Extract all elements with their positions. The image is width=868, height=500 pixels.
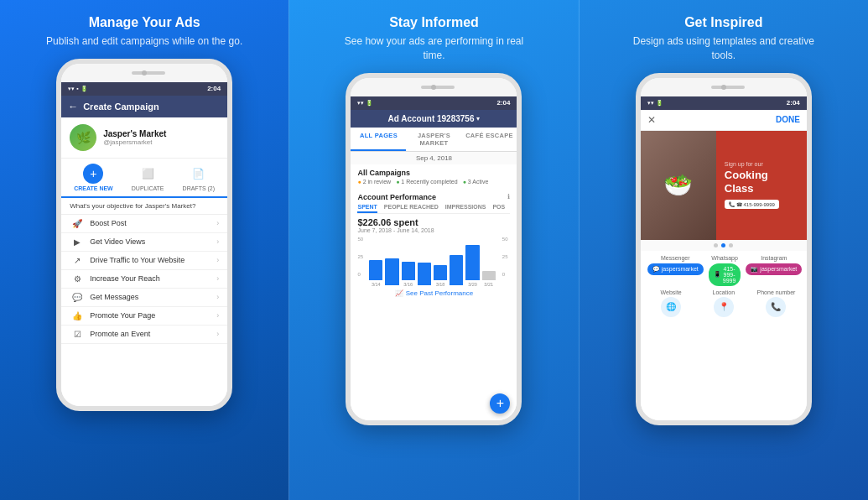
speaker-right bbox=[711, 86, 745, 89]
promote-chevron: › bbox=[216, 311, 219, 320]
phone-content-left: 🌿 Jasper's Market @jaspersmarket + CREAT… bbox=[61, 117, 227, 406]
menu-item-traffic[interactable]: ↗ Drive Traffic to Your Website › bbox=[61, 252, 227, 270]
info-website: Website 🌐 bbox=[647, 289, 695, 317]
traffic-icon: ↗ bbox=[70, 256, 85, 265]
stat-active: ● 3 Active bbox=[463, 179, 489, 185]
stat-in-review: ● 2 in review bbox=[357, 179, 391, 185]
phone-top-bar-right bbox=[641, 78, 807, 96]
back-arrow-left[interactable]: ← bbox=[68, 101, 78, 112]
menu-item-promote[interactable]: 👍 Promote Your Page › bbox=[61, 307, 227, 326]
phone-label: Phone number bbox=[752, 289, 800, 295]
whatsapp-badge[interactable]: 📱 415-999-9999 bbox=[709, 263, 741, 286]
event-text: Promote an Event bbox=[90, 330, 216, 338]
bar-6 bbox=[450, 237, 463, 287]
messenger-badge[interactable]: 💬 jaspersmarket bbox=[647, 263, 704, 275]
instagram-badge[interactable]: 📷 jaspersmarket bbox=[746, 263, 802, 275]
traffic-chevron: › bbox=[216, 256, 219, 264]
template-header: ✕ DONE bbox=[641, 110, 807, 131]
status-icons-left: ▾▾ ▪ 🔋 bbox=[68, 86, 87, 92]
status-time-left: 2:04 bbox=[207, 85, 221, 92]
phone-right: ▾▾ 🔋 2:04 ✕ DONE 🥗 Sign up for our Cooki… bbox=[636, 73, 812, 425]
phone-icon-info[interactable]: 📞 bbox=[766, 297, 786, 317]
bar-label-8: 3/21 bbox=[484, 282, 493, 287]
location-icon[interactable]: 📍 bbox=[714, 297, 734, 317]
bar-col-6 bbox=[450, 255, 463, 285]
menu-item-boost[interactable]: 🚀 Boost Post › bbox=[61, 215, 227, 233]
dot-green-2: ● bbox=[463, 179, 466, 185]
duplicate-action[interactable]: ⬜ DUPLICATE bbox=[132, 164, 164, 191]
status-bar-left: ▾▾ ▪ 🔋 2:04 bbox=[61, 82, 227, 96]
axis-max: 50 bbox=[357, 237, 363, 242]
phone-top-bar-center bbox=[351, 78, 517, 96]
signal-icon: ▪ bbox=[76, 86, 78, 91]
axis-min: 0 bbox=[357, 272, 363, 277]
status-time-center: 2:04 bbox=[496, 99, 510, 107]
template-phone-button[interactable]: 📞 ☎ 415-999-9999 bbox=[725, 200, 779, 209]
objective-question: What's your objective for Jasper's Marke… bbox=[61, 198, 227, 215]
reach-chevron: › bbox=[216, 274, 219, 283]
bar-7: 3/20 bbox=[465, 237, 479, 287]
create-new-action[interactable]: + CREATE NEW bbox=[74, 164, 113, 191]
profile-avatar: 🌿 bbox=[70, 124, 96, 151]
see-performance-link[interactable]: 📈 See Past Performance bbox=[357, 287, 510, 299]
dots-row bbox=[641, 240, 807, 251]
phone-center: ▾▾ 🔋 2:04 Ad Account 19283756 ▾ ALL PAGE… bbox=[346, 73, 522, 425]
panel-center-subtitle: See how your ads are performing in real … bbox=[333, 34, 534, 63]
tab-jaspers-market[interactable]: JASPER'S MARKET bbox=[406, 128, 461, 151]
fab-button[interactable]: + bbox=[490, 393, 510, 414]
phone-top-bar-left bbox=[61, 64, 227, 82]
event-chevron: › bbox=[216, 330, 219, 338]
profile-section: 🌿 Jasper's Market @jaspersmarket bbox=[61, 117, 227, 159]
status-time-right: 2:04 bbox=[787, 99, 800, 107]
perf-tab-reached[interactable]: PEOPLE REACHED bbox=[384, 204, 439, 213]
whatsapp-handle: 415-999-9999 bbox=[723, 266, 736, 284]
video-text: Get Video Views bbox=[90, 237, 216, 246]
info-row: Website 🌐 Location 📍 Phone number 📞 bbox=[647, 289, 800, 317]
bar-col-7 bbox=[465, 245, 479, 280]
messenger-icon: 💬 bbox=[652, 266, 660, 273]
phone-left: ▾▾ ▪ 🔋 2:04 ← Create Campaign 🌿 Jasper's… bbox=[56, 59, 232, 411]
template-signup-text: Sign up for our bbox=[725, 161, 763, 167]
menu-item-event[interactable]: ☑ Promote an Event › bbox=[61, 326, 227, 344]
wifi-icon: ▾▾ bbox=[68, 86, 75, 92]
website-icon[interactable]: 🌐 bbox=[661, 297, 681, 317]
perf-tab-impressions[interactable]: IMPRESSIONS bbox=[445, 204, 486, 213]
status-bar-center: ▾▾ 🔋 2:04 bbox=[351, 96, 517, 110]
menu-item-reach[interactable]: ⚙ Increase Your Reach › bbox=[61, 270, 227, 289]
chart-y-axis: 50 25 0 bbox=[357, 237, 366, 287]
axis-right-max: 50 bbox=[502, 237, 508, 242]
panel-center: Stay Informed See how your ads are perfo… bbox=[288, 0, 579, 500]
done-button[interactable]: DONE bbox=[776, 115, 800, 124]
duplicate-label: DUPLICATE bbox=[132, 185, 164, 191]
spent-amount: $226.06 spent bbox=[357, 217, 510, 227]
tab-all-pages[interactable]: ALL PAGES bbox=[351, 128, 406, 151]
event-icon: ☑ bbox=[70, 330, 85, 339]
wifi-icon-right: ▾▾ bbox=[647, 100, 654, 107]
close-button[interactable]: ✕ bbox=[647, 114, 656, 126]
drafts-icon: 📄 bbox=[189, 164, 209, 184]
perf-tab-pos[interactable]: POS bbox=[492, 204, 505, 213]
spent-date: June 7, 2018 - June 14, 2018 bbox=[357, 227, 510, 233]
tab-cafe-escape[interactable]: CAFÉ ESCAPE bbox=[461, 128, 517, 151]
perf-tab-spent[interactable]: SPENT bbox=[357, 204, 377, 213]
menu-item-video[interactable]: ▶ Get Video Views › bbox=[61, 233, 227, 252]
axis-mid: 25 bbox=[357, 254, 363, 259]
drafts-action[interactable]: 📄 DRAFTS (2) bbox=[183, 164, 216, 191]
panel-left-subtitle: Publish and edit campaigns while on the … bbox=[46, 34, 242, 49]
battery-icon: 🔋 bbox=[81, 86, 88, 92]
bar-chart: 3/14 3/16 bbox=[366, 237, 499, 287]
reach-text: Increase Your Reach bbox=[90, 274, 216, 283]
bar-col-1 bbox=[369, 260, 382, 280]
template-preview: 🥗 Sign up for our Cooking Class 📞 ☎ 415-… bbox=[641, 131, 807, 240]
status-icons-center: ▾▾ 🔋 bbox=[357, 100, 373, 107]
messages-chevron: › bbox=[216, 293, 219, 301]
menu-item-messages[interactable]: 💬 Get Messages › bbox=[61, 289, 227, 307]
create-label: CREATE NEW bbox=[74, 185, 113, 191]
phone-icon: 📞 bbox=[729, 201, 735, 207]
bar-label-3: 3/16 bbox=[403, 282, 413, 287]
bar-col-2 bbox=[385, 258, 398, 284]
bar-col-4 bbox=[418, 263, 431, 284]
account-dropdown-icon[interactable]: ▾ bbox=[476, 115, 480, 122]
header-title-left: Create Campaign bbox=[83, 102, 159, 112]
battery-icon-right: 🔋 bbox=[656, 100, 663, 107]
